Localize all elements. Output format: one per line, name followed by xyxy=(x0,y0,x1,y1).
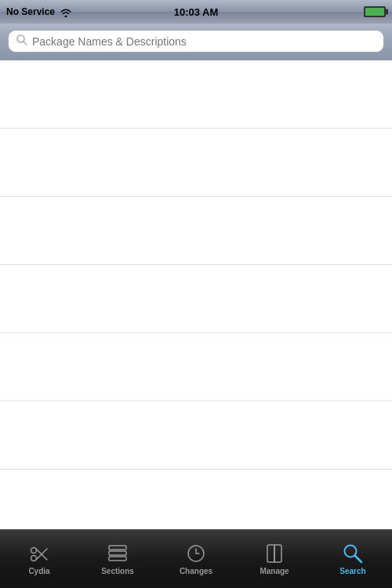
search-input[interactable] xyxy=(32,35,376,48)
tab-search-label: Search xyxy=(339,567,365,575)
search-bar-container xyxy=(0,24,392,60)
tab-sections[interactable]: Sections xyxy=(78,530,157,588)
list-item xyxy=(0,401,392,470)
tab-manage-label: Manage xyxy=(260,567,289,575)
time-display: 10:03 AM xyxy=(174,6,219,18)
list-item xyxy=(0,265,392,333)
cydia-icon xyxy=(28,543,50,564)
tab-sections-label: Sections xyxy=(101,567,134,575)
svg-line-13 xyxy=(355,556,361,562)
status-left: No Service xyxy=(6,6,72,17)
list-item xyxy=(0,60,392,129)
tab-bar: Cydia Sections Changes Manage xyxy=(0,529,392,588)
tab-search[interactable]: Search xyxy=(314,530,392,588)
no-service-text: No Service xyxy=(6,6,55,17)
svg-line-2 xyxy=(24,42,27,45)
tab-cydia[interactable]: Cydia xyxy=(0,530,78,588)
main-content xyxy=(0,60,392,543)
svg-rect-8 xyxy=(109,551,126,555)
svg-rect-7 xyxy=(109,546,126,550)
tab-changes[interactable]: Changes xyxy=(157,530,235,588)
tab-changes-label: Changes xyxy=(180,567,212,575)
changes-icon xyxy=(185,543,207,564)
list-item xyxy=(0,333,392,401)
status-right xyxy=(364,6,386,17)
svg-rect-9 xyxy=(109,557,126,561)
manage-icon xyxy=(263,543,285,564)
search-input-wrapper xyxy=(8,30,384,53)
sections-icon xyxy=(107,543,129,564)
svg-point-0 xyxy=(65,15,67,17)
battery-icon xyxy=(364,6,386,17)
list-item xyxy=(0,197,392,265)
search-icon xyxy=(16,34,27,48)
tab-cydia-label: Cydia xyxy=(28,567,49,575)
tab-manage[interactable]: Manage xyxy=(235,530,314,588)
list-item xyxy=(0,129,392,197)
status-bar: No Service 10:03 AM xyxy=(0,0,392,24)
wifi-icon xyxy=(60,7,72,17)
search-tab-icon xyxy=(342,543,364,564)
